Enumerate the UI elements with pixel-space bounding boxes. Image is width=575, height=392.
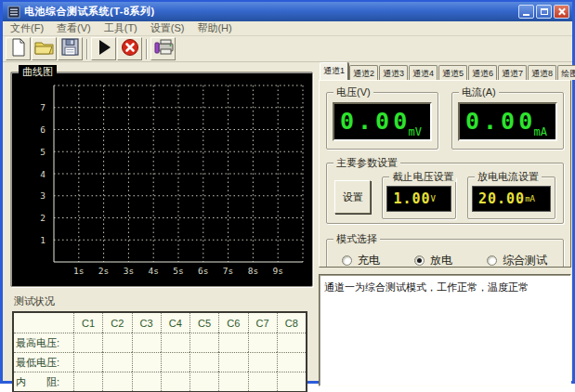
tab-channel-1[interactable]: 通道1 <box>320 62 348 80</box>
discharge-radio[interactable]: 放电 <box>414 253 487 268</box>
current-display: 0.00 mA <box>458 102 557 141</box>
save-button[interactable] <box>58 37 83 60</box>
printer-icon <box>153 38 174 59</box>
svg-text:3: 3 <box>40 190 46 201</box>
tab-channel-3[interactable]: 通道3 <box>379 65 408 80</box>
table-cell <box>161 333 189 352</box>
table-cell <box>248 372 277 391</box>
start-button[interactable] <box>91 37 116 60</box>
app-icon <box>7 6 20 19</box>
table-cell <box>277 352 306 372</box>
table-cell <box>132 333 161 352</box>
print-button[interactable] <box>150 37 176 60</box>
table-header-cell: C5 <box>189 313 218 333</box>
radio-indicator <box>487 255 497 266</box>
tab-channel-7[interactable]: 通道7 <box>498 65 527 80</box>
cutoff-voltage-display: 1.00 V <box>386 186 451 212</box>
tab-channel-8[interactable]: 通道8 <box>528 65 556 80</box>
tab-channel-2[interactable]: 通道2 <box>349 65 378 80</box>
table-cell <box>73 372 102 391</box>
current-value: 0.00 <box>465 108 536 135</box>
app-window: 电池综合测试系统(T-8系列) 文件(F)查看(V)工具(T)设置(S)帮助(H… <box>0 0 575 384</box>
menu-view[interactable]: 查看(V) <box>57 21 91 35</box>
tab-plot[interactable]: 绘图 <box>557 65 575 80</box>
test-status-table: C1C2C3C4C5C6C7C8最高电压:最低电压:内 阻: <box>12 311 307 392</box>
table-cell <box>218 372 247 391</box>
open-file-button[interactable] <box>32 37 57 60</box>
curve-chart-title: 曲线图 <box>19 65 57 79</box>
svg-text:2: 2 <box>40 213 46 223</box>
table-cell <box>161 372 189 391</box>
voltage-value: 0.00 <box>340 108 411 135</box>
svg-text:7s: 7s <box>223 266 233 276</box>
radio-label: 充电 <box>358 253 380 268</box>
svg-text:1: 1 <box>40 235 46 245</box>
table-cell <box>189 352 218 372</box>
open-folder-icon <box>34 39 55 59</box>
table-header-cell: C1 <box>73 313 102 333</box>
curve-chart: 1s2s3s4s5s6s7s8s9s1234567 <box>11 72 312 286</box>
maximize-icon <box>541 8 548 15</box>
menu-settings[interactable]: 设置(S) <box>150 21 185 35</box>
tab-channel-5[interactable]: 通道5 <box>438 65 467 80</box>
radio-label: 综合测试 <box>503 253 547 268</box>
tab-channel-6[interactable]: 通道6 <box>468 65 497 80</box>
voltage-group-label: 电压(V) <box>333 86 373 98</box>
table-cell <box>248 333 277 352</box>
toolbar-separator <box>86 39 87 59</box>
save-icon <box>61 38 79 59</box>
status-message-box[interactable]: 通道一为综合测试模式，工作正常，温度正常 <box>319 274 571 386</box>
row-label: 最高电压: <box>14 333 73 352</box>
channel-tabs: 通道1通道2通道3通道4通道5通道6通道7通道8绘图通用 <box>319 62 571 80</box>
table-header-cell: C8 <box>277 313 306 333</box>
close-icon <box>557 7 566 16</box>
menu-help[interactable]: 帮助(H) <box>197 21 231 35</box>
table-cell <box>102 333 131 352</box>
table-cell <box>218 333 247 352</box>
table-header-cell: C3 <box>132 313 161 333</box>
radio-label: 放电 <box>430 253 452 268</box>
discharge-current-unit: mA <box>525 194 535 203</box>
svg-text:8s: 8s <box>248 266 258 276</box>
status-message: 通道一为综合测试模式，工作正常，温度正常 <box>324 281 529 293</box>
client-area: 曲线图 1s2s3s4s5s6s7s8s9s1234567 测试状况 C1C2C… <box>3 62 572 381</box>
cutoff-voltage-group: 截止电压设置 1.00 V <box>382 176 456 219</box>
table-cell <box>218 352 247 372</box>
menu-tools[interactable]: 工具(T) <box>104 21 137 35</box>
table-cell <box>73 352 102 372</box>
cutoff-voltage-value: 1.00 <box>393 190 430 207</box>
close-button[interactable] <box>554 5 569 19</box>
table-header-cell: C4 <box>161 313 189 333</box>
voltage-unit: mV <box>409 125 422 138</box>
new-file-button[interactable] <box>6 37 31 60</box>
stop-icon <box>121 38 139 60</box>
current-group: 电流(A) 0.00 mA <box>451 92 564 150</box>
radio-indicator <box>342 255 352 266</box>
svg-text:2s: 2s <box>98 266 109 276</box>
charge-radio[interactable]: 充电 <box>342 253 414 268</box>
set-button[interactable]: 设置 <box>334 180 371 214</box>
minimize-button[interactable] <box>518 5 534 19</box>
tab-channel-4[interactable]: 通道4 <box>409 65 438 80</box>
maximize-button[interactable] <box>536 5 552 19</box>
stop-button[interactable] <box>117 37 142 60</box>
svg-text:4: 4 <box>40 169 46 179</box>
comprehensive-test-radio[interactable]: 综合测试 <box>487 253 559 268</box>
current-unit: mA <box>534 125 547 138</box>
menu-file[interactable]: 文件(F) <box>10 21 44 35</box>
table-cell <box>248 352 277 372</box>
row-label: 最低电压: <box>14 352 73 372</box>
main-params-label: 主要参数设置 <box>333 157 400 168</box>
cutoff-voltage-label: 截止电压设置 <box>389 171 456 182</box>
table-cell <box>132 352 161 372</box>
table-cell <box>161 352 189 372</box>
toolbar-separator <box>146 39 147 59</box>
table-cell <box>102 372 131 391</box>
test-status-label: 测试状况 <box>14 294 313 308</box>
svg-text:6: 6 <box>40 124 46 135</box>
svg-text:4s: 4s <box>148 266 158 276</box>
table-header-cell: C7 <box>248 313 277 333</box>
toolbar <box>3 36 572 62</box>
table-cell <box>102 352 131 372</box>
discharge-current-display: 20.00 mA <box>472 186 551 212</box>
